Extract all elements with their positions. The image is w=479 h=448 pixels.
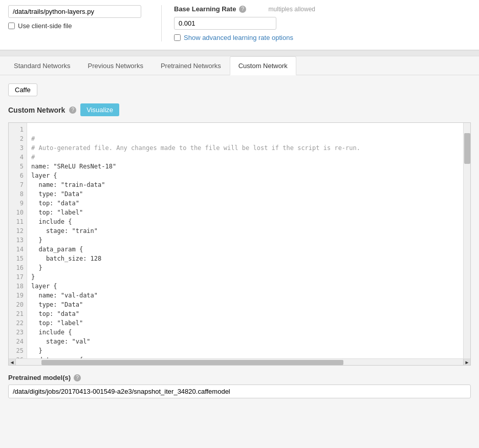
file-path-input[interactable] <box>8 5 141 18</box>
client-side-checkbox-row: Use client-side file <box>8 22 153 30</box>
pretrained-help-icon[interactable]: ? <box>74 374 81 381</box>
tab-pretrained[interactable]: Pretrained Networks <box>152 56 230 75</box>
tabs-section: Standard Networks Previous Networks Pret… <box>0 56 479 407</box>
visualize-button[interactable]: Visualize <box>80 103 119 116</box>
top-panel: Use client-side file Base Learning Rate … <box>0 0 479 50</box>
code-editor[interactable]: 12345 678910 1112131415 1617181920 21222… <box>9 123 470 358</box>
code-editor-wrapper: 12345 678910 1112131415 1617181920 21222… <box>8 122 471 366</box>
code-content: # # Auto-generated file. Any changes mad… <box>27 123 463 358</box>
client-side-label: Use client-side file <box>18 22 72 30</box>
custom-network-help-icon[interactable]: ? <box>69 106 76 114</box>
tab-previous[interactable]: Previous Networks <box>79 56 152 75</box>
h-scroll-left-arrow[interactable]: ◀ <box>9 359 16 366</box>
v-scrollbar-thumb[interactable] <box>464 133 470 164</box>
custom-network-title: Custom Network <box>8 106 65 114</box>
caffe-button[interactable]: Caffe <box>8 83 37 96</box>
tab-content: Caffe Custom Network ? Visualize 12345 6… <box>0 75 479 407</box>
tabs-bar: Standard Networks Previous Networks Pret… <box>0 56 479 75</box>
file-path-row <box>8 5 153 18</box>
tab-standard[interactable]: Standard Networks <box>5 56 79 75</box>
h-scrollbar-track <box>16 359 463 366</box>
left-config: Use client-side file <box>8 5 162 41</box>
custom-network-header: Custom Network ? Visualize <box>8 103 471 116</box>
h-scrollbar-thumb[interactable] <box>41 360 343 365</box>
lr-input[interactable] <box>174 17 276 30</box>
show-advanced-link[interactable]: Show advanced learning rate options <box>184 34 293 41</box>
show-advanced-checkbox[interactable] <box>174 34 181 41</box>
show-advanced-row: Show advanced learning rate options <box>174 34 315 41</box>
line-numbers: 12345 678910 1112131415 1617181920 21222… <box>9 123 27 358</box>
base-lr-label: Base Learning Rate <box>174 5 236 13</box>
vertical-scrollbar[interactable] <box>463 123 470 358</box>
pretrained-section: Pretrained model(s) ? <box>8 374 471 398</box>
base-lr-help-icon[interactable]: ? <box>239 6 246 13</box>
horizontal-scrollbar[interactable]: ◀ ▶ <box>9 358 470 366</box>
pretrained-label-row: Pretrained model(s) ? <box>8 374 471 381</box>
base-lr-row: Base Learning Rate ? multiples allowed <box>174 5 315 13</box>
lr-input-row <box>174 17 315 30</box>
pretrained-input[interactable] <box>8 385 471 398</box>
client-side-checkbox[interactable] <box>8 23 15 29</box>
right-config: Base Learning Rate ? multiples allowed S… <box>162 5 315 41</box>
tab-custom[interactable]: Custom Network <box>230 56 296 75</box>
separator <box>0 50 479 56</box>
multiples-allowed-badge: multiples allowed <box>269 6 315 13</box>
h-scroll-right-arrow[interactable]: ▶ <box>463 359 470 366</box>
pretrained-label: Pretrained model(s) <box>8 374 71 381</box>
